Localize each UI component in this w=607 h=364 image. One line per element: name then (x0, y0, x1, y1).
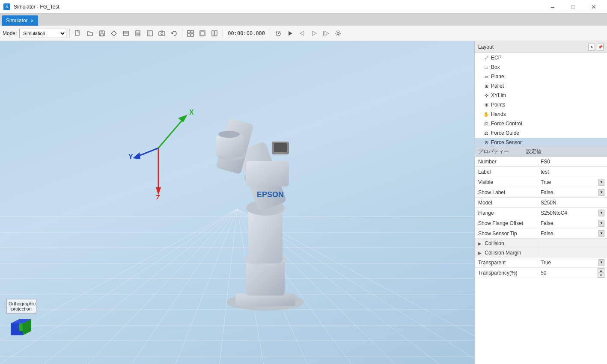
axes-indicator: X Y Z (124, 105, 210, 201)
prop-value-model: S250N (538, 200, 607, 206)
minimize-button[interactable]: – (543, 0, 562, 14)
collision-margin-expand-icon: ▶ (478, 251, 482, 255)
tree-item-force-control-label: Force Control (491, 121, 522, 127)
ecp-icon: ⤢ (483, 55, 489, 61)
toolbar-btn-play[interactable] (285, 28, 295, 38)
maximize-button[interactable]: □ (563, 0, 583, 14)
tree-item-ecp[interactable]: ⤢ ECP (475, 53, 607, 62)
prop-name-collision-margin: ▶ Collision Margin (475, 250, 538, 256)
layout-tree[interactable]: ⤢ ECP □ Box ▱ Plane ⊞ Pallet ⊹ XYLim ⊕ P… (475, 53, 607, 147)
svg-marker-75 (133, 152, 140, 159)
mode-label: Mode: (3, 30, 17, 36)
toolbar-btn-3[interactable] (97, 28, 107, 38)
prop-value-show-label: False ▼ (538, 189, 607, 196)
layout-panel-title: Layout (478, 44, 494, 50)
prop-name-show-sensor-tip: Show Sensor Tip (475, 231, 538, 237)
tree-item-pallet[interactable]: ⊞ Pallet (475, 81, 607, 91)
svg-rect-5 (123, 31, 128, 36)
simulator-tab[interactable]: Simulator ✕ (2, 15, 38, 26)
toolbar-btn-5[interactable] (121, 28, 131, 38)
tree-item-force-guide-label: Force Guide (491, 130, 519, 136)
prop-value-transparency: 50 ▲ ▼ (538, 268, 607, 278)
tree-item-points[interactable]: ⊕ Points (475, 100, 607, 109)
spinner-down-button[interactable]: ▼ (598, 273, 604, 278)
toolbar-btn-1[interactable] (73, 28, 83, 38)
prop-row-collision[interactable]: ▶ Collision (475, 239, 607, 248)
toolbar-btn-camera[interactable] (157, 28, 167, 38)
show-sensor-tip-dropdown-arrow[interactable]: ▼ (598, 230, 604, 237)
svg-text:Y: Y (128, 153, 133, 160)
svg-rect-59 (248, 208, 283, 263)
prop-name-transparency: Transparency(%) (475, 270, 538, 276)
prop-row-transparency: Transparency(%) 50 ▲ ▼ (475, 268, 607, 278)
layout-header: Layout ∧ 📌 (475, 41, 607, 53)
toolbar-btn-undo[interactable] (169, 28, 179, 38)
svg-point-15 (161, 33, 163, 35)
svg-line-74 (137, 148, 158, 157)
force-sensor-icon: ⊙ (483, 139, 489, 145)
viewport[interactable]: EPSON X Y Z (0, 41, 474, 364)
layout-collapse-button[interactable]: ∧ (588, 44, 595, 50)
prop-row-visible: Visible True ▼ (475, 177, 607, 187)
timer-display: 00:00:00.000 (228, 30, 265, 36)
toolbar-btn-4[interactable] (109, 28, 119, 38)
tree-item-hands-label: Hands (491, 111, 506, 117)
toolbar-btn-split[interactable] (209, 28, 220, 38)
visible-dropdown-arrow[interactable]: ▼ (598, 179, 604, 186)
toolbar-btn-6[interactable] (133, 28, 143, 38)
tree-item-box[interactable]: □ Box (475, 62, 607, 72)
app-icon: S (3, 3, 10, 10)
toolbar-btn-step[interactable] (321, 28, 331, 38)
svg-text:Z: Z (156, 194, 160, 199)
transparent-dropdown-arrow[interactable]: ▼ (598, 259, 604, 266)
transparency-spinner[interactable]: ▲ ▼ (598, 268, 604, 278)
toolbar-btn-layout[interactable] (185, 28, 196, 38)
tree-item-xylim-label: XYLim (491, 92, 506, 98)
svg-rect-3 (100, 34, 104, 36)
tree-item-points-label: Points (491, 102, 505, 108)
tree-item-hands[interactable]: ✋ Hands (475, 109, 607, 119)
right-panel-wrapper: Layout ∧ 📌 ⤢ ECP □ Box ▱ Plane ⊞ Pallet (474, 41, 607, 364)
tree-item-box-label: Box (491, 64, 500, 70)
tree-item-pallet-label: Pallet (491, 83, 504, 89)
toolbar-btn-expand[interactable] (197, 28, 208, 38)
tree-item-force-sensor[interactable]: ⊙ Force Sensor (475, 138, 607, 147)
layout-header-controls: ∧ 📌 (588, 44, 604, 50)
tree-item-xylim[interactable]: ⊹ XYLim (475, 91, 607, 100)
toolbar-btn-7[interactable] (145, 28, 155, 38)
svg-rect-23 (215, 31, 217, 36)
prop-row-collision-margin[interactable]: ▶ Collision Margin (475, 248, 607, 257)
prop-name-collision: ▶ Collision (475, 240, 538, 246)
toolbar-btn-rewind[interactable] (297, 28, 307, 38)
tree-item-plane[interactable]: ▱ Plane (475, 72, 607, 81)
svg-point-30 (337, 32, 339, 34)
tree-item-force-control[interactable]: ⚖ Force Control (475, 119, 607, 128)
spinner-up-button[interactable]: ▲ (598, 268, 604, 273)
toolbar-btn-settings[interactable] (333, 28, 343, 38)
plane-icon: ▱ (483, 74, 489, 80)
svg-marker-4 (111, 31, 116, 36)
prop-name-visible: Visible (475, 179, 538, 185)
box-icon: □ (483, 64, 489, 70)
svg-point-67 (218, 131, 240, 138)
prop-row-number: Number FS0 (475, 157, 607, 167)
prop-name-label: Label (475, 169, 538, 175)
mode-select[interactable]: Simulation Manual (19, 29, 66, 38)
tab-close-button[interactable]: ✕ (30, 18, 34, 23)
flange-dropdown-arrow[interactable]: ▼ (598, 210, 604, 216)
svg-line-76 (158, 118, 184, 148)
properties-table: Number FS0 Label test Visible True ▼ (475, 157, 607, 364)
svg-rect-22 (212, 31, 214, 36)
layout-pin-button[interactable]: 📌 (597, 44, 604, 50)
show-flange-offset-dropdown-arrow[interactable]: ▼ (598, 220, 604, 227)
tree-item-force-guide[interactable]: ⚖ Force Guide (475, 128, 607, 138)
toolbar-btn-2[interactable] (85, 28, 95, 38)
show-label-dropdown-arrow[interactable]: ▼ (598, 189, 604, 196)
close-button[interactable]: ✕ (584, 0, 604, 14)
tree-item-force-sensor-label: Force Sensor (491, 139, 522, 145)
prop-value-transparent: True ▼ (538, 259, 607, 266)
toolbar-btn-forward[interactable] (309, 28, 319, 38)
prop-row-model: Model S250N (475, 198, 607, 208)
toolbar-btn-speed[interactable] (273, 28, 283, 38)
svg-rect-66 (216, 135, 244, 157)
